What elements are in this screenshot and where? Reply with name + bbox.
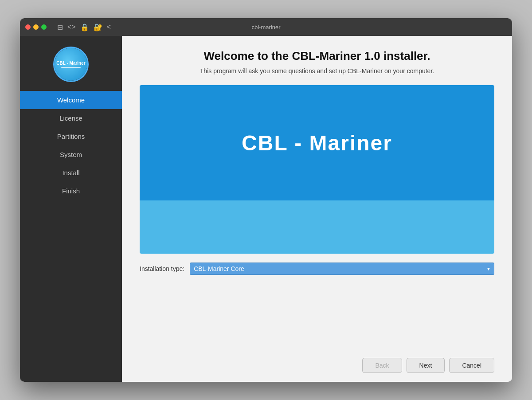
cancel-button[interactable]: Cancel — [449, 358, 494, 373]
logo-text: CBL - Mariner — [56, 61, 85, 66]
back-button[interactable]: Back — [362, 358, 402, 373]
sidebar-item-partitions[interactable]: Partitions — [20, 127, 122, 145]
lock-icon[interactable]: 🔒 — [80, 23, 89, 31]
back-forward-icon[interactable]: <> — [67, 23, 76, 31]
logo-wave — [61, 67, 81, 68]
app-logo: CBL - Mariner — [53, 47, 89, 82]
banner-top: CBL - Mariner — [140, 85, 494, 200]
shield-icon[interactable]: 🔐 — [94, 23, 102, 31]
install-type-wrapper: CBL-Mariner Core CBL-Mariner Full Custom… — [190, 263, 494, 275]
traffic-lights — [25, 24, 47, 30]
install-type-row: Installation type: CBL-Mariner Core CBL-… — [140, 263, 494, 275]
install-type-label: Installation type: — [140, 265, 184, 272]
toolbar-icons: ⊟ <> 🔒 🔐 < — [57, 23, 111, 31]
banner-bottom — [140, 200, 494, 254]
banner-text: CBL - Mariner — [242, 131, 392, 155]
window-title: cbl-mariner — [251, 24, 280, 31]
minimize-button[interactable] — [33, 24, 39, 30]
arrow-icon[interactable]: < — [107, 23, 111, 31]
titlebar: ⊟ <> 🔒 🔐 < cbl-mariner — [20, 18, 512, 36]
content-area: Welcome to the CBL-Mariner 1.0 installer… — [122, 36, 512, 382]
sidebar-item-install[interactable]: Install — [20, 164, 122, 182]
maximize-button[interactable] — [41, 24, 47, 30]
page-subtitle: This program will ask you some questions… — [140, 67, 494, 75]
app-window: ⊟ <> 🔒 🔐 < cbl-mariner CBL - Mariner Wel… — [20, 18, 512, 382]
sidebar-item-finish[interactable]: Finish — [20, 182, 122, 200]
page-title: Welcome to the CBL-Mariner 1.0 installer… — [140, 49, 494, 63]
next-button[interactable]: Next — [407, 358, 445, 373]
sidebar-toggle-icon[interactable]: ⊟ — [57, 23, 63, 31]
main-layout: CBL - Mariner Welcome License Partitions… — [20, 36, 512, 382]
sidebar: CBL - Mariner Welcome License Partitions… — [20, 36, 122, 382]
sidebar-item-license[interactable]: License — [20, 109, 122, 127]
sidebar-item-welcome[interactable]: Welcome — [20, 91, 122, 109]
footer-buttons: Back Next Cancel — [140, 353, 494, 373]
close-button[interactable] — [25, 24, 31, 30]
banner-container: CBL - Mariner — [140, 85, 494, 254]
sidebar-item-system[interactable]: System — [20, 145, 122, 164]
install-type-select[interactable]: CBL-Mariner Core CBL-Mariner Full Custom — [190, 263, 494, 275]
sidebar-nav: Welcome License Partitions System Instal… — [20, 91, 122, 200]
